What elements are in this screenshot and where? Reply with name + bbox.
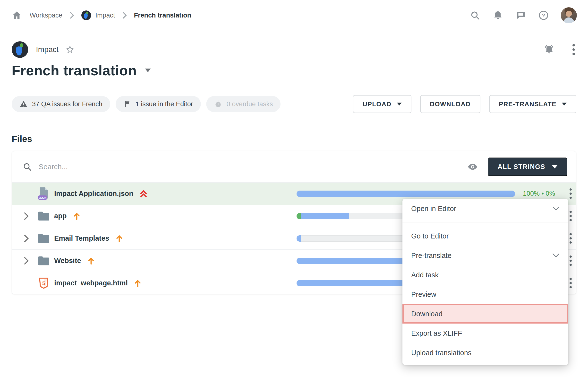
- expand-chevron-icon[interactable]: [23, 212, 37, 220]
- overdue-tasks-chip[interactable]: 0 overdue tasks: [206, 96, 281, 112]
- menu-divider: [402, 222, 568, 222]
- project-more-options-icon[interactable]: [571, 43, 576, 57]
- search-icon[interactable]: [469, 10, 481, 21]
- svg-text:?: ?: [542, 12, 545, 19]
- project-name: Impact: [36, 45, 59, 54]
- flag-icon: [123, 100, 131, 108]
- breadcrumb-project[interactable]: Impact: [81, 10, 115, 20]
- top-navbar: Workspace Impact French translation ?: [0, 0, 588, 31]
- strings-filter-button[interactable]: ALL STRINGS: [488, 158, 567, 176]
- search-icon: [22, 162, 32, 171]
- upload-button[interactable]: UPLOAD: [353, 95, 411, 113]
- download-button[interactable]: DOWNLOAD: [420, 95, 481, 113]
- chevron-right-icon: [122, 12, 127, 19]
- breadcrumb-current-page: French translation: [134, 12, 191, 19]
- row-more-options-icon[interactable]: [568, 254, 573, 267]
- toolbar-actions: UPLOAD DOWNLOAD PRE-TRANSLATE: [353, 95, 576, 113]
- upload-button-label: UPLOAD: [363, 100, 392, 108]
- menu-item-label: Add task: [411, 271, 439, 279]
- folder-icon: [37, 256, 50, 266]
- impact-logo-icon: [81, 10, 91, 20]
- editor-issues-chip-label: 1 issue in the Editor: [136, 100, 193, 108]
- subscribe-bell-icon[interactable]: [543, 44, 555, 55]
- menu-item-label: Pre-translate: [411, 251, 452, 260]
- chat-icon[interactable]: [515, 10, 526, 21]
- impact-logo-icon: [12, 41, 28, 58]
- progress-translated-segment: [296, 191, 515, 197]
- expand-chevron-icon[interactable]: [23, 235, 37, 242]
- folder-name[interactable]: Website: [54, 257, 81, 265]
- upload-update-arrow-icon: [134, 279, 141, 287]
- folder-icon: [37, 233, 50, 244]
- upload-update-arrow-icon: [87, 257, 95, 265]
- menu-item-preview[interactable]: Preview: [402, 285, 568, 304]
- download-button-label: DOWNLOAD: [430, 100, 471, 108]
- chevron-down-icon: [552, 165, 557, 168]
- breadcrumb-workspace[interactable]: Workspace: [30, 12, 63, 19]
- favorite-star-icon[interactable]: [65, 45, 75, 54]
- svg-text:JSON: JSON: [39, 196, 47, 199]
- editor-issues-chip[interactable]: 1 issue in the Editor: [116, 96, 201, 112]
- folder-icon: [37, 211, 50, 221]
- qa-issues-chip[interactable]: 37 QA issues for French: [12, 96, 110, 112]
- stopwatch-icon: [214, 100, 222, 108]
- files-search-input[interactable]: [39, 163, 467, 171]
- language-dropdown-caret-icon[interactable]: [145, 68, 151, 72]
- user-avatar[interactable]: [561, 7, 577, 23]
- expand-chevron-icon[interactable]: [23, 257, 37, 265]
- progress-translated-segment: [296, 235, 301, 242]
- menu-item-download[interactable]: Download: [402, 304, 568, 323]
- chevron-down-icon: [552, 253, 560, 258]
- overdue-tasks-chip-label: 0 overdue tasks: [227, 100, 273, 108]
- help-icon[interactable]: ?: [538, 10, 549, 21]
- pretranslate-button[interactable]: PRE-TRANSLATE: [489, 95, 576, 113]
- page-title: French translation: [12, 62, 137, 79]
- folder-name[interactable]: Email Templates: [54, 234, 109, 242]
- html-file-icon: 5: [37, 277, 50, 290]
- files-search-row: ALL STRINGS: [12, 151, 576, 182]
- menu-item-go-to-editor[interactable]: Go to Editor: [402, 226, 568, 246]
- menu-item-open-in-editor[interactable]: Open in Editor: [402, 199, 568, 218]
- meta-row: 37 QA issues for French 1 issue in the E…: [12, 95, 576, 113]
- menu-item-upload-translations[interactable]: Upload translations: [402, 343, 568, 363]
- pretranslate-button-label: PRE-TRANSLATE: [499, 100, 556, 108]
- row-more-options-icon[interactable]: [568, 187, 573, 200]
- qa-issues-chip-label: 37 QA issues for French: [32, 100, 103, 108]
- progress-bar: [296, 191, 515, 197]
- chevron-down-icon: [562, 103, 567, 106]
- file-name[interactable]: impact_webpage.html: [54, 279, 128, 287]
- upload-update-arrow-icon: [73, 212, 80, 220]
- menu-item-label: Upload translations: [411, 349, 471, 357]
- breadcrumb-project-label: Impact: [95, 12, 115, 19]
- row-more-options-icon[interactable]: [568, 209, 573, 223]
- project-header-actions: [543, 43, 576, 57]
- progress-approved-segment: [296, 213, 301, 219]
- home-icon[interactable]: [11, 10, 22, 21]
- menu-item-pre-translate[interactable]: Pre-translate: [402, 246, 568, 265]
- progress-translated-segment: [301, 213, 349, 219]
- chevron-down-icon: [552, 206, 560, 211]
- menu-item-export-as-xliff[interactable]: Export as XLIFF: [402, 323, 568, 343]
- menu-item-add-task[interactable]: Add task: [402, 265, 568, 285]
- menu-item-label: Preview: [411, 291, 436, 298]
- menu-item-label: Export as XLIFF: [411, 329, 462, 337]
- upload-update-arrow-icon: [116, 234, 123, 243]
- header-divider: [12, 87, 576, 87]
- row-more-options-icon[interactable]: [568, 276, 573, 290]
- folder-name[interactable]: app: [54, 212, 67, 220]
- files-section-heading: Files: [12, 134, 576, 144]
- menu-item-label: Download: [411, 310, 442, 318]
- status-chips: 37 QA issues for French 1 issue in the E…: [12, 96, 280, 112]
- eye-visibility-icon[interactable]: [467, 161, 478, 172]
- page-title-row: French translation: [12, 62, 576, 79]
- json-file-icon: JSON: [37, 187, 50, 201]
- strings-filter-label: ALL STRINGS: [498, 163, 545, 171]
- chevron-right-icon: [70, 12, 74, 19]
- notifications-bell-icon[interactable]: [492, 10, 504, 21]
- project-header: Impact: [12, 41, 576, 58]
- file-name[interactable]: Impact Application.json: [54, 190, 133, 198]
- chevron-down-icon: [397, 103, 402, 106]
- breadcrumb: Workspace Impact French translation: [11, 10, 191, 21]
- file-context-menu: Open in Editor Go to Editor Pre-translat…: [402, 199, 568, 365]
- row-more-options-icon[interactable]: [568, 232, 573, 245]
